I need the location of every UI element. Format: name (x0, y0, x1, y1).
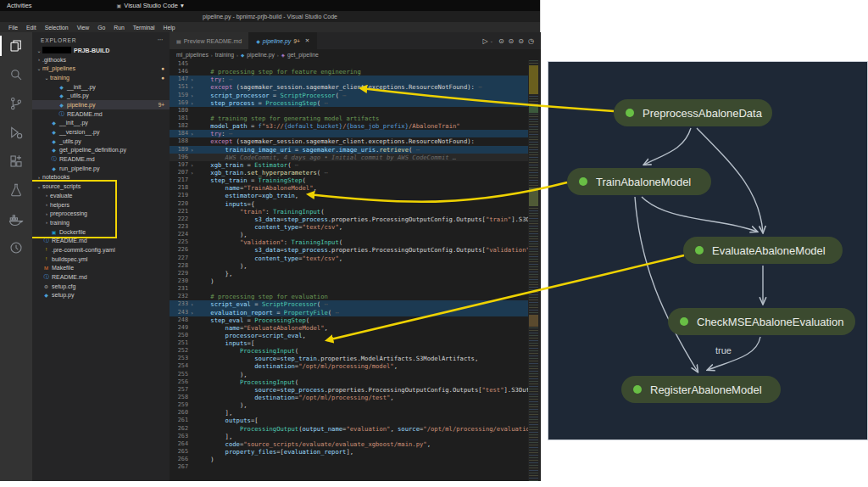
code-line-197[interactable]: 197› xgb_train = Estimator( ⋯ (170, 161, 541, 169)
fold-chevron-icon[interactable]: › (188, 146, 196, 154)
explorer-item-utils-py[interactable]: ◆_utils.py (32, 137, 170, 146)
code-line-251[interactable]: 251 inputs=[ (170, 339, 541, 347)
breadcrumb-item-get-pipeline[interactable]: get_pipeline (287, 52, 319, 58)
explorer-item-init-py[interactable]: ◆__init__.py (32, 82, 170, 92)
explorer-item-readme-md[interactable]: ⓘREADME.md (32, 272, 170, 282)
code-line-248[interactable]: 248 step_eval = ProcessingStep( (170, 316, 541, 324)
code-line-258[interactable]: 258 destination="/opt/ml/processing/test… (170, 394, 541, 401)
breadcrumb-item-pipeline-py[interactable]: pipeline.py (247, 52, 275, 58)
explorer-item-source-scripts[interactable]: ⌄source_scripts (32, 182, 170, 191)
code-line-262[interactable]: 262 ProcessingOutput(output_name="evalua… (170, 425, 541, 433)
explorer-item-preprocessing[interactable]: ›preprocessing (32, 209, 170, 218)
explorer-item-utils-py[interactable]: ◆_utils.py (32, 91, 170, 100)
explorer-root[interactable]: ⌄ PRJB-BUILD (32, 46, 170, 55)
code-line-256[interactable]: 256 ProcessingInput( (170, 378, 541, 386)
code-line-229[interactable]: 229 }, (170, 270, 541, 277)
minimap[interactable] (528, 60, 541, 481)
code-line-232[interactable]: 232 # processing step for evaluation (170, 293, 541, 300)
code-line-145[interactable]: 145 (170, 60, 541, 68)
explorer-item-buildspec-yml[interactable]: !buildspec.yml (32, 255, 170, 264)
code-line-243[interactable]: 243› evaluation_report = PropertyFile( ⋯ (170, 309, 541, 316)
fold-chevron-icon[interactable]: › (188, 76, 196, 83)
code-line-249[interactable]: 249 name="EvaluateAbaloneModel", (170, 324, 541, 332)
code-line-255[interactable]: 255 ), (170, 371, 541, 378)
sidebar-item-extensions[interactable] (8, 153, 25, 170)
code-line-265[interactable]: 265 property_files=[evaluation_report], (170, 448, 541, 456)
explorer-item-notebooks[interactable]: ›notebooks (32, 173, 170, 182)
code-line-230[interactable]: 230 ) (170, 277, 541, 285)
tab-preview-readme-md[interactable]: ▤Preview README.md (170, 32, 249, 49)
close-icon[interactable]: ✕ (305, 37, 309, 44)
sidebar-item-run-debug[interactable] (8, 124, 25, 141)
fold-chevron-icon[interactable]: › (188, 169, 196, 176)
code-line-207[interactable]: 207› xgb_train.set_hyperparameters( ⋯ (170, 169, 541, 176)
code-line-226[interactable]: 226 s3_data=step_process.properties.Proc… (170, 246, 541, 254)
code-line-221[interactable]: 221 "train": TrainingInput( (170, 208, 541, 216)
code-line-169[interactable]: 169› step_process = ProcessingStep( ⋯ (170, 99, 541, 107)
tab-pipeline-py[interactable]: ◆pipeline.py9+✕ (249, 32, 317, 49)
editor-action-icon-0[interactable]: ⊙ (498, 37, 504, 45)
fold-chevron-icon[interactable]: › (188, 161, 196, 169)
code-line-224[interactable]: 224 ), (170, 231, 541, 238)
explorer-item-dockerfile[interactable]: ▣Dockerfile (32, 227, 170, 237)
code-line-220[interactable]: 220 inputs={ (170, 200, 541, 208)
code-line-218[interactable]: 218 name="TrainAbaloneModel", (170, 184, 541, 192)
code-line-217[interactable]: 217 step_train = TrainingStep( (170, 176, 541, 184)
code-line-219[interactable]: 219 estimator=xgb_train, (170, 192, 541, 199)
app-menu[interactable]: ▣ Visual Studio Code ▾ (117, 2, 184, 9)
breadcrumb-item-training[interactable]: training (215, 52, 234, 58)
code-line-159[interactable]: 159› script_processor = ScriptProcessor(… (170, 92, 541, 99)
explorer-item-readme-md[interactable]: ⓘREADME.md (32, 109, 170, 119)
sidebar-item-clock[interactable] (8, 239, 25, 256)
explorer-item-version-py[interactable]: ◆__version__.py (32, 127, 170, 137)
run-dropdown-icon[interactable]: ⌄ (490, 38, 493, 43)
sidebar-item-testing[interactable] (8, 182, 25, 199)
sidebar-item-explorer[interactable] (8, 37, 25, 54)
code-line-250[interactable]: 250 processor=script_eval, (170, 332, 541, 339)
explorer-item-readme-md[interactable]: ⓘREADME.md (32, 236, 170, 245)
explorer-item-get-pipeline-definition-py[interactable]: ◆get_pipeline_definition.py (32, 146, 170, 155)
sidebar-item-search[interactable] (8, 66, 25, 83)
fold-chevron-icon[interactable]: › (188, 99, 196, 107)
code-line-181[interactable]: 181 # training step for generating model… (170, 115, 541, 122)
activities-button[interactable]: Activities (7, 2, 32, 9)
code-line-151[interactable]: 151› except (sagemaker_session.sagemaker… (170, 83, 541, 91)
code-line-263[interactable]: 263 ], (170, 433, 541, 440)
explorer-item-run-pipeline-py[interactable]: ◆run_pipeline.py (32, 164, 170, 173)
sidebar-item-docker[interactable] (8, 210, 25, 227)
explorer-item-setup-cfg[interactable]: ⚙setup.cfg (32, 282, 170, 291)
code-line-252[interactable]: 252 ProcessingInput( (170, 347, 541, 355)
code-line-188[interactable]: 188 except (sagemaker_session.sagemaker_… (170, 137, 541, 145)
fold-chevron-icon[interactable]: › (188, 92, 196, 99)
editor-action-icon-3[interactable]: ◷ (528, 37, 534, 45)
explorer-item-helpers[interactable]: ›helpers (32, 200, 170, 210)
editor-action-icon-2[interactable]: ⊙ (518, 37, 524, 45)
explorer-item-setup-py[interactable]: ◆setup.py (32, 291, 170, 300)
code-line-146[interactable]: 146 # processing step for feature engine… (170, 68, 541, 76)
code-line-260[interactable]: 260 ], (170, 409, 541, 417)
explorer-item-githooks[interactable]: ›.githooks (32, 55, 170, 64)
code-line-227[interactable]: 227 content_type="text/csv", (170, 255, 541, 262)
code-line-228[interactable]: 228 ), (170, 262, 541, 270)
explorer-item-makefile[interactable]: MMakefile (32, 264, 170, 273)
code-line-222[interactable]: 222 s3_data=step_process.properties.Proc… (170, 216, 541, 223)
explorer-item-evaluate[interactable]: ›evaluate (32, 191, 170, 200)
code-line-182[interactable]: 182 model_path = f"s3://{default_bucket}… (170, 122, 541, 130)
menu-terminal[interactable]: Terminal (129, 25, 159, 31)
code-line-233[interactable]: 233› script_eval = ScriptProcessor( ⋯ (170, 300, 541, 308)
explorer-item-pre-commit-config-yaml[interactable]: !.pre-commit-config.yaml (32, 245, 170, 255)
code-line-259[interactable]: 259 ), (170, 401, 541, 409)
explorer-item-training[interactable]: ›training (32, 218, 170, 227)
menu-view[interactable]: View (73, 25, 94, 31)
code-line-196[interactable]: 196 AWS CodeCommit, 4 days ago • Initial… (170, 154, 541, 161)
code-line-254[interactable]: 254 destination="/opt/ml/processing/mode… (170, 362, 541, 370)
code-line-180[interactable]: 180 (170, 107, 541, 115)
editor-action-icon-1[interactable]: ⊙ (509, 37, 515, 45)
code-line-223[interactable]: 223 content_type="text/csv", (170, 223, 541, 231)
code-line-184[interactable]: 184› try: ⋯ (170, 130, 541, 137)
menu-go[interactable]: Go (93, 25, 109, 31)
code-line-257[interactable]: 257 source=step_process.properties.Proce… (170, 386, 541, 394)
explorer-item-pipeline-py[interactable]: ◆pipeline.py9+ (32, 100, 170, 109)
breadcrumb-item-ml-pipelines[interactable]: ml_pipelines (176, 52, 209, 58)
menu-file[interactable]: File (4, 25, 22, 31)
